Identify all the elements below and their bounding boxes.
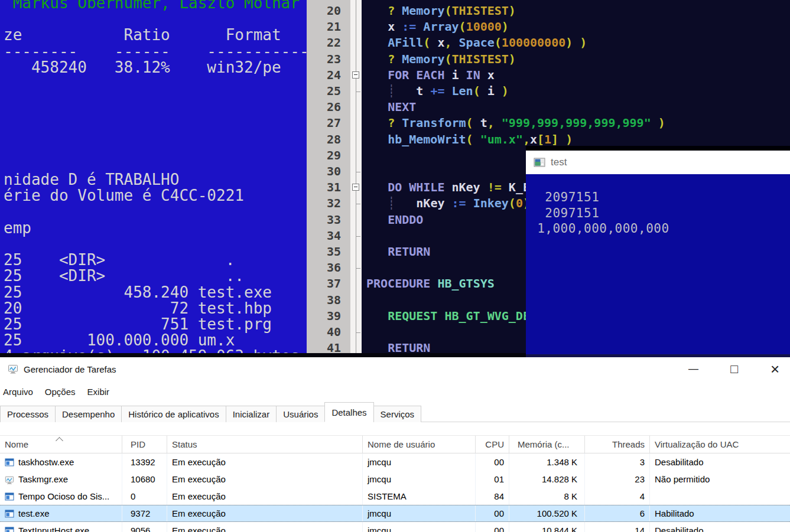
status-cell: Em execução	[167, 505, 363, 521]
dos-console-window: Markus Oberhumer, Laszlo Molnar ze Ratio…	[0, 0, 307, 357]
tab-desempenho[interactable]: Desempenho	[55, 406, 122, 422]
user-cell: jmcqu	[363, 453, 476, 471]
tab-hist-rico-de-aplicativos[interactable]: Histórico de aplicativos	[121, 406, 226, 422]
line-number: 35	[307, 244, 350, 260]
console-line: 25 <DIR> .	[4, 252, 307, 268]
tab-inicializar[interactable]: Inicializar	[226, 406, 277, 422]
line-number: 24	[307, 67, 350, 83]
mem-cell: 8 K	[509, 488, 585, 505]
line-number: 40	[307, 324, 350, 340]
table-row[interactable]: taskhostw.exe13392Em execuçãojmcqu001.34…	[0, 453, 790, 471]
console-line: nidade D é TRABALHO	[4, 172, 307, 188]
table-row[interactable]: TextInputHost.exe9056Em execuçãojmcqu001…	[0, 522, 790, 532]
menu-item-exibir[interactable]: Exibir	[87, 387, 110, 397]
tab-processos[interactable]: Processos	[0, 406, 56, 422]
column-header-nome[interactable]: Nome	[0, 436, 122, 453]
dos-console-output: Markus Oberhumer, Laszlo Molnar ze Ratio…	[0, 0, 307, 357]
fold-tick	[356, 172, 360, 172]
tab-detalhes[interactable]: Detalhes	[324, 402, 373, 422]
console-line	[4, 11, 307, 27]
column-header-threads[interactable]: Threads	[585, 436, 650, 453]
console-line: 20 72 test.hbp	[4, 301, 307, 316]
uac-cell: Habilitado	[650, 505, 790, 521]
column-header-label: Nome de usuário	[368, 439, 435, 449]
test-output-line: 1,000,000,000,000	[526, 221, 790, 237]
task-manager-titlebar[interactable]: Gerenciador de Tarefas — □ ×	[0, 357, 790, 381]
console-line: érie do Volume é C4CC-0221	[4, 188, 307, 204]
console-line: 25 458.240 test.exe	[4, 285, 307, 301]
process-name: Taskmgr.exe	[18, 474, 68, 484]
column-header-label: Status	[172, 439, 197, 449]
console-line: 25 751 test.prg	[4, 316, 307, 332]
test-console-window: test 2097151 2097151 1,000,000,000,000	[526, 146, 790, 357]
test-window-title: test	[551, 156, 567, 168]
window-icon	[5, 458, 14, 467]
indent-guide: ┊	[388, 196, 395, 210]
console-line: -------- ------ -----------	[4, 44, 307, 60]
process-name: taskhostw.exe	[18, 457, 74, 467]
process-name: test.exe	[18, 508, 50, 518]
test-output-line: 2097151	[526, 190, 790, 205]
line-number: 28	[307, 132, 350, 148]
pid-cell: 9056	[122, 522, 167, 532]
menu-bar: ArquivoOpçõesExibir	[0, 381, 790, 402]
line-number: 39	[307, 308, 350, 324]
task-manager-icon	[5, 475, 14, 484]
code-line: ? Memory(THISTEST)	[366, 51, 790, 67]
process-name-cell: test.exe	[0, 505, 122, 521]
fold-marker-icon[interactable]	[352, 71, 359, 79]
column-header-pid[interactable]: PID	[122, 436, 167, 453]
table-row[interactable]: Tempo Ocioso do Sis...0Em execuçãoSISTEM…	[0, 488, 790, 505]
console-line: ze Ratio Format	[4, 27, 307, 43]
cpu-cell: 00	[476, 522, 509, 532]
mem-cell: 10.844 K	[509, 522, 585, 532]
column-header-cpu[interactable]: CPU	[476, 436, 509, 453]
line-number: 23	[307, 51, 350, 67]
line-number: 29	[307, 148, 350, 164]
test-window-output: 2097151 2097151 1,000,000,000,000	[526, 174, 790, 354]
line-number: 31	[307, 179, 350, 195]
test-window-titlebar[interactable]: test	[526, 151, 790, 174]
console-line	[4, 204, 307, 220]
mem-cell: 100.520 K	[509, 505, 585, 521]
task-manager-window: Gerenciador de Tarefas — □ × ArquivoOpçõ…	[0, 357, 790, 532]
close-button[interactable]: ×	[761, 357, 789, 381]
console-line	[4, 107, 307, 123]
code-line: AFill( x, Space(100000000) )	[366, 35, 790, 51]
code-line: hb_MemoWrit( "um.x",x[1] )	[366, 132, 790, 148]
pid-cell: 9372	[122, 505, 167, 521]
menu-item-arquivo[interactable]: Arquivo	[3, 387, 33, 397]
table-row[interactable]: Taskmgr.exe10680Em execuçãojmcqu0114.828…	[0, 471, 790, 488]
cpu-cell: 00	[476, 453, 509, 471]
fold-marker-icon[interactable]	[352, 184, 359, 191]
tab-servi-os[interactable]: Serviços	[373, 406, 422, 422]
line-number: 26	[307, 99, 350, 115]
column-header-status[interactable]: Status	[167, 436, 363, 453]
fold-tick	[356, 204, 360, 204]
status-cell: Em execução	[167, 488, 363, 505]
spacer	[0, 422, 790, 435]
console-line: emp	[4, 220, 307, 236]
console-line	[4, 140, 307, 156]
console-line	[4, 92, 307, 107]
tab-usu-rios[interactable]: Usuários	[276, 406, 325, 422]
process-name: Tempo Ocioso do Sis...	[18, 491, 109, 501]
line-number: 33	[307, 212, 350, 228]
line-number: 27	[307, 115, 350, 131]
code-line: ? Memory(THISTEST)	[366, 3, 790, 19]
window-controls: — □ ×	[680, 357, 790, 381]
table-row[interactable]: test.exe9372Em execuçãojmcqu00100.520 K6…	[0, 505, 790, 522]
user-cell: SISTEMA	[363, 488, 476, 505]
column-header-memriac[interactable]: Memória (c...	[509, 436, 585, 453]
cpu-cell: 00	[476, 505, 509, 521]
column-header-virtualizaodouac[interactable]: Virtualização do UAC	[650, 436, 790, 453]
menu-item-opes[interactable]: Opções	[45, 387, 76, 397]
code-line: ┊ t += Len( i )	[366, 83, 790, 99]
fold-tick	[356, 268, 360, 269]
process-name-cell: TextInputHost.exe	[0, 522, 122, 532]
maximize-button[interactable]: □	[720, 357, 748, 381]
indent-guide: ┊	[388, 84, 395, 98]
mem-cell: 1.348 K	[509, 453, 585, 471]
minimize-button[interactable]: —	[680, 357, 707, 381]
column-header-nomedeusurio[interactable]: Nome de usuário	[363, 436, 476, 453]
